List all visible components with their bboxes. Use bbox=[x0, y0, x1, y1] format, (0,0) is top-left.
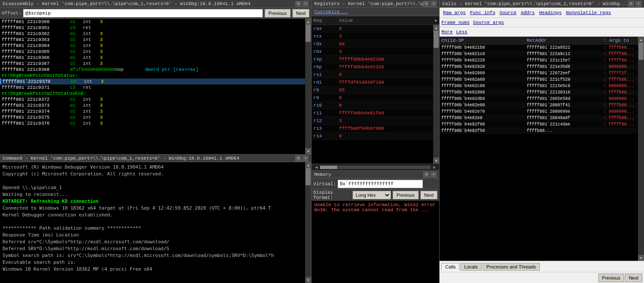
disasm-row[interactable]: fffff801`221c9360ccint3 bbox=[0, 19, 305, 25]
disasm-row[interactable]: fffff801`221c9372ccint3 bbox=[0, 96, 305, 102]
calls-frame-nums[interactable]: Frame nums bbox=[441, 20, 469, 25]
reg-row[interactable]: rax0 bbox=[312, 25, 433, 32]
calls-scrollbar[interactable]: ▲ ▼ bbox=[638, 37, 644, 261]
calls-source-args[interactable]: Source args bbox=[473, 20, 504, 25]
disasm-row[interactable]: nt!DbgBreakPointWithStatus: bbox=[0, 73, 305, 79]
registers-settings-icon[interactable]: ⚙ bbox=[423, 1, 429, 7]
disassembly-next-button[interactable]: Next bbox=[292, 9, 310, 18]
disasm-row[interactable]: fffff801`221c9370ccint3 bbox=[0, 79, 305, 85]
calls-row[interactable]: fffff90b`b4e82960fffff801`22072eef: ffff… bbox=[440, 70, 638, 76]
registers-scroll-area[interactable] bbox=[433, 31, 439, 158]
memory-close-icon[interactable]: ✕ bbox=[431, 172, 437, 178]
calls-close-icon[interactable]: ✕ bbox=[635, 1, 641, 7]
calls-scroll-area[interactable] bbox=[638, 43, 644, 255]
memory-next-button[interactable]: Next bbox=[420, 191, 438, 199]
calls-row[interactable]: fffff90b`b4e82220fffff801`221c15e7: ffff… bbox=[440, 57, 638, 64]
memory-virtual-input[interactable] bbox=[338, 180, 423, 188]
calls-tab-addrs[interactable]: Addrs bbox=[519, 10, 536, 16]
disasm-row[interactable]: fffff801`221c9373ccint3 bbox=[0, 102, 305, 108]
disassembly-scroll-down[interactable]: ▼ bbox=[305, 148, 311, 154]
reg-row[interactable]: rdiffffdf81d030f180 bbox=[312, 79, 433, 86]
disassembly-scroll-up[interactable]: ▲ bbox=[305, 19, 311, 25]
disasm-row[interactable]: fffff801`221c9375ccint3 bbox=[0, 114, 305, 120]
command-scroll-thumb[interactable] bbox=[306, 168, 311, 185]
command-scroll-down[interactable]: ▼ bbox=[305, 277, 311, 283]
bottom-tab-calls[interactable]: Calls bbox=[441, 263, 459, 271]
reg-row[interactable]: r140 bbox=[312, 132, 433, 140]
calls-next-button[interactable]: Next bbox=[625, 274, 642, 282]
disassembly-scrollbar[interactable]: ▲ ▼ bbox=[305, 19, 311, 154]
reg-row[interactable]: r11fffff90bb4e81fe0 bbox=[312, 109, 433, 117]
calls-prev-button[interactable]: Previous bbox=[598, 274, 624, 282]
calls-more[interactable]: More bbox=[441, 29, 452, 35]
reg-row[interactable]: r123 bbox=[312, 117, 433, 125]
reg-hscroll-thumb[interactable] bbox=[320, 166, 337, 169]
registers-scrollbar[interactable]: ▲ ▼ bbox=[433, 25, 439, 163]
calls-row[interactable]: fffff90b`b4e821b8fffff801`222a9522: ffff… bbox=[440, 44, 638, 51]
calls-row[interactable]: fffff90b`b4e82e0fffff801`28849a9f: ffffb… bbox=[440, 115, 638, 121]
disassembly-scroll-thumb[interactable] bbox=[306, 25, 311, 42]
registers-scroll-up[interactable]: ▲ bbox=[433, 25, 439, 31]
registers-close-icon[interactable]: ✕ bbox=[431, 1, 437, 7]
calls-tab-source[interactable]: Source bbox=[498, 10, 519, 16]
disasm-row[interactable]: fffff801`221c9363ccint3 bbox=[0, 37, 305, 43]
reg-hscroll-left[interactable]: ◀ bbox=[313, 165, 319, 170]
calls-row[interactable]: fffff90b`b4e82f00fffff801`221c4dae: ffff… bbox=[440, 121, 638, 128]
calls-tab-rawargs[interactable]: Raw args bbox=[441, 10, 467, 16]
reg-row[interactable]: r13ffffb88f04b67000 bbox=[312, 125, 433, 132]
reg-row[interactable]: r100 bbox=[312, 102, 433, 109]
command-close-icon[interactable]: ✕ bbox=[303, 155, 309, 161]
calls-row[interactable]: fffff90b`b4e82c00fffff801`2215e5c0: 0000… bbox=[440, 83, 638, 89]
disasm-row[interactable]: fffff801`221c9374ccint3 bbox=[0, 108, 305, 114]
memory-prev-button[interactable]: Previous bbox=[393, 191, 419, 199]
disasm-row[interactable]: fffff801`221c9361c3ret bbox=[0, 25, 305, 31]
reg-row[interactable]: rdx8a bbox=[312, 40, 433, 48]
calls-row[interactable]: fffff90b`b4e82e00fffff801`28807f41: ffff… bbox=[440, 102, 638, 108]
disasm-row[interactable]: fffff801`221c93680f1f840000000000nop dwo… bbox=[0, 67, 305, 73]
calls-row[interactable]: fffff90b`b4e82920fffff801`221e35d6: 0000… bbox=[440, 64, 638, 70]
reg-row[interactable]: rcx3 bbox=[312, 32, 433, 40]
reg-row[interactable]: r865 bbox=[312, 86, 433, 94]
disasm-row[interactable]: fffff801`221c9376ccint3 bbox=[0, 120, 305, 126]
calls-less[interactable]: Less bbox=[456, 29, 467, 35]
offset-input[interactable] bbox=[23, 9, 263, 18]
reg-row[interactable]: rsi0 bbox=[312, 71, 433, 79]
reg-row[interactable]: r90 bbox=[312, 94, 433, 102]
display-format-select[interactable]: Long Hex Byte Word Dword bbox=[353, 191, 391, 199]
customize-link[interactable]: Customize... bbox=[314, 9, 348, 15]
bottom-tab-processes[interactable]: Processes and Threads bbox=[483, 263, 540, 271]
calls-scroll-down[interactable]: ▼ bbox=[638, 255, 644, 261]
reg-hscroll-right[interactable]: ▶ bbox=[431, 165, 437, 170]
calls-tab-headings[interactable]: Headings bbox=[537, 10, 563, 16]
registers-scroll-down[interactable]: ▼ bbox=[433, 158, 439, 163]
disassembly-settings-icon[interactable]: ⚙ bbox=[295, 1, 301, 7]
calls-row[interactable]: fffff90b`b4e821c0fffff801`222a8c12: ffff… bbox=[440, 51, 638, 57]
calls-row[interactable]: fffff90b`b4e82a60fffff801`221cf520: ffff… bbox=[440, 76, 638, 83]
disasm-row[interactable]: fffff801`221c9364ccint3 bbox=[0, 43, 305, 49]
calls-row[interactable]: fffff90b`b4e82d98fffff801`22130316: ffff… bbox=[440, 89, 638, 96]
calls-scroll-thumb[interactable] bbox=[638, 43, 644, 60]
disassembly-close-icon[interactable]: ✕ bbox=[303, 1, 309, 7]
calls-scroll-up[interactable]: ▲ bbox=[638, 37, 644, 43]
reg-row[interactable]: rspfffff90bb4e821b8 bbox=[312, 55, 433, 63]
disasm-row[interactable]: fffff801`221c9371c3ret bbox=[0, 85, 305, 90]
bottom-tab-locals[interactable]: Locals bbox=[460, 263, 482, 271]
reg-scroll-right[interactable]: ▶ bbox=[435, 18, 437, 23]
reg-row[interactable]: rbx3 bbox=[312, 48, 433, 55]
disassembly-prev-button[interactable]: Previous bbox=[265, 9, 291, 18]
disasm-row[interactable]: fffff801`221c9362ccint3 bbox=[0, 31, 305, 37]
memory-settings-icon[interactable]: ⚙ bbox=[423, 172, 429, 178]
calls-row[interactable]: fffff90b`b4e82f50ffffb88... bbox=[440, 128, 638, 134]
disasm-row[interactable]: fffff801`221c9365ccint3 bbox=[0, 49, 305, 55]
command-settings-icon[interactable]: ⚙ bbox=[295, 155, 301, 161]
reg-hscrollbar[interactable]: ◀ ▶ bbox=[312, 163, 439, 170]
command-scroll-up[interactable]: ▲ bbox=[305, 162, 311, 168]
registers-scroll-thumb[interactable] bbox=[434, 31, 439, 48]
calls-row[interactable]: fffff90b`b4e82e70fffff801`2880699e: 0000… bbox=[440, 108, 638, 115]
calls-tab-funcinfo[interactable]: Func info bbox=[468, 10, 497, 16]
calls-row[interactable]: fffff90b`b4e82db0fffff801`2865e58d: 0000… bbox=[440, 96, 638, 102]
calls-tab-nonvolatile[interactable]: Nonvolatile regs bbox=[564, 10, 613, 16]
command-scroll-area[interactable] bbox=[305, 168, 311, 277]
disasm-row[interactable]: fffff801`221c9366ccint3 bbox=[0, 55, 305, 61]
command-scrollbar[interactable]: ▲ ▼ bbox=[305, 162, 311, 283]
